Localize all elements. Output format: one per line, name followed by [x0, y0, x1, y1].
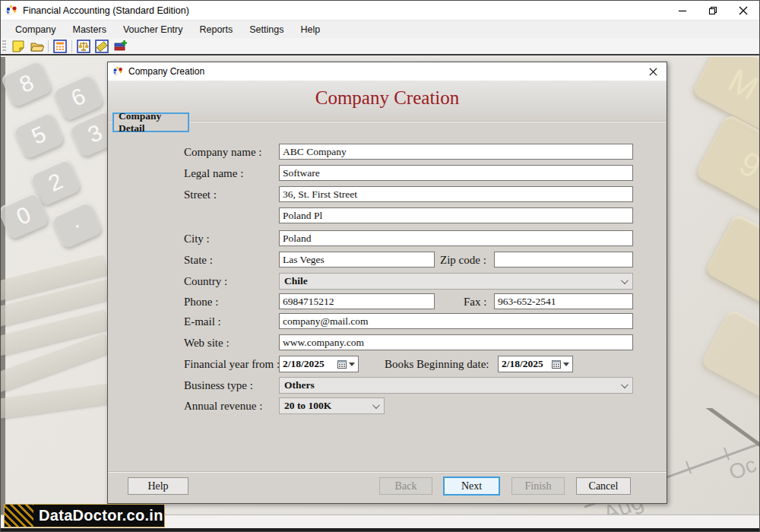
books-date-value: 2/18/2025: [502, 358, 552, 370]
annual-revenue-label: Annual revenue :: [184, 400, 262, 413]
state-label: State :: [184, 254, 213, 267]
app-title: Financial Accounting (Standard Edition): [23, 5, 677, 16]
app-window: Financial Accounting (Standard Edition) …: [0, 0, 760, 532]
next-button[interactable]: Next: [443, 477, 500, 496]
ledger-book-icon[interactable]: [93, 39, 110, 54]
dialog-logo-icon: [112, 66, 124, 77]
books-beginning-date-label: Books Beginning date:: [385, 358, 489, 371]
state-input[interactable]: [279, 252, 435, 268]
legal-name-input[interactable]: [279, 165, 633, 181]
business-type-select[interactable]: Others: [279, 377, 633, 394]
dialog-titlebar: Company Creation: [108, 62, 667, 81]
menubar: Company Masters Voucher Entry Reports Se…: [1, 21, 759, 38]
menu-voucher-entry[interactable]: Voucher Entry: [115, 22, 192, 37]
company-name-label: Company name :: [184, 146, 261, 159]
tab-label: Company Detail: [119, 110, 188, 135]
toolbar-separator: [71, 40, 72, 52]
balance-scale-icon[interactable]: [75, 39, 92, 54]
watermark-stripes: [5, 505, 33, 527]
fax-label: Fax :: [464, 296, 486, 309]
business-type-label: Business type :: [184, 379, 253, 392]
company-creation-dialog: Company Creation Company Creation Compan…: [107, 62, 667, 504]
dropdown-arrow-icon: [563, 363, 569, 366]
watermark-text: DataDoctor.co.in: [39, 507, 163, 524]
new-note-icon[interactable]: [10, 39, 27, 54]
open-folder-icon[interactable]: [28, 39, 45, 54]
close-icon[interactable]: [738, 5, 749, 16]
divider: [108, 121, 667, 122]
city-input[interactable]: [279, 230, 633, 246]
dialog-close-icon[interactable]: [647, 65, 659, 78]
phone-input[interactable]: [279, 293, 435, 309]
app-logo-icon: [5, 5, 18, 17]
country-select[interactable]: Chile: [279, 273, 633, 290]
country-label: Country :: [184, 275, 227, 288]
menu-masters[interactable]: Masters: [65, 22, 115, 37]
zip-code-input[interactable]: [494, 252, 633, 268]
calculator-icon[interactable]: [52, 39, 68, 54]
financial-year-value: 2/18/2025: [283, 358, 337, 370]
background-calculator-key: ·: [50, 201, 103, 250]
company-name-input[interactable]: [279, 144, 633, 160]
menu-company[interactable]: Company: [7, 22, 65, 37]
business-type-value: Others: [284, 379, 621, 391]
app-titlebar: Financial Accounting (Standard Edition): [1, 1, 759, 21]
restore-icon[interactable]: [708, 5, 718, 16]
legal-name-label: Legal name :: [184, 167, 243, 180]
city-label: City :: [184, 233, 210, 245]
toolbar-grip: [2, 40, 6, 52]
chevron-down-icon: [621, 381, 629, 388]
background-calculator-key: 5: [12, 111, 65, 160]
background-money-bill: [1, 384, 109, 420]
background-keyboard-key: [700, 309, 759, 402]
fax-input[interactable]: [494, 293, 633, 309]
website-input[interactable]: [279, 334, 633, 350]
annual-revenue-value: 20 to 100K: [284, 400, 372, 412]
finish-button: Finish: [511, 477, 565, 495]
minimize-icon[interactable]: [677, 5, 688, 16]
toolbar: [1, 38, 759, 55]
email-label: E-mail :: [184, 315, 221, 328]
menu-reports[interactable]: Reports: [191, 22, 241, 37]
toolbar-separator: [48, 40, 49, 52]
background-keyboard-key: 9: [695, 113, 759, 217]
country-value: Chile: [284, 275, 621, 287]
menu-help[interactable]: Help: [292, 22, 328, 37]
street-input[interactable]: [279, 186, 633, 202]
divider: [108, 471, 667, 473]
dialog-title: Company Creation: [128, 66, 647, 77]
calendar-icon: [337, 359, 347, 369]
chevron-down-icon: [621, 277, 629, 284]
back-button: Back: [379, 477, 432, 495]
background-calculator-key: 8: [1, 59, 53, 109]
cancel-button[interactable]: Cancel: [576, 477, 631, 495]
financial-year-label: Financial year from :: [184, 358, 280, 371]
dropdown-arrow-icon: [349, 363, 355, 366]
background-keyboard-key: [705, 213, 759, 311]
svg-text:Oc: Oc: [726, 452, 759, 484]
books-beginning-datepicker[interactable]: 2/18/2025: [498, 356, 573, 372]
website-label: Web site :: [184, 337, 230, 350]
chevron-down-icon: [372, 401, 380, 409]
dialog-header-band: Company Creation: [108, 81, 667, 116]
phone-label: Phone :: [184, 296, 218, 309]
menu-settings[interactable]: Settings: [241, 22, 292, 37]
add-account-icon[interactable]: [112, 39, 128, 54]
help-button[interactable]: Help: [128, 477, 188, 495]
street2-input[interactable]: [279, 207, 633, 223]
annual-revenue-select[interactable]: 20 to 100K: [279, 397, 385, 414]
email-input[interactable]: [279, 313, 633, 329]
street-label: Street :: [184, 188, 217, 201]
watermark-badge: DataDoctor.co.in: [4, 504, 165, 527]
calendar-icon: [552, 359, 561, 369]
zip-code-label: Zip code :: [440, 254, 486, 267]
dialog-heading: Company Creation: [315, 87, 460, 109]
financial-year-datepicker[interactable]: 2/18/2025: [279, 356, 359, 372]
tab-company-detail[interactable]: Company Detail: [112, 112, 189, 132]
